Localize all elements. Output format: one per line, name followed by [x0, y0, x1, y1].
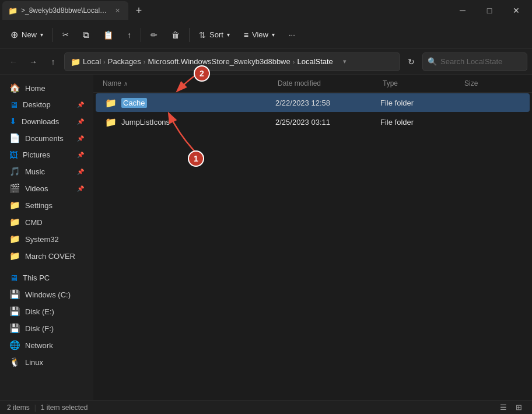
col-size[interactable]: Size	[460, 77, 518, 90]
toolbar-separator-3	[189, 28, 190, 42]
view-label: View	[252, 30, 268, 39]
toolbar: ⊕ New ▾ ✂ ⧉ 📋 ↑ ✏ 🗑 ⇅ Sort ▾ ≡ View ▾ ··…	[0, 21, 532, 49]
copy-button[interactable]: ⧉	[77, 24, 95, 45]
sidebar-this-pc-label: This PC	[23, 273, 50, 282]
paste-button[interactable]: 📋	[97, 24, 119, 45]
col-type[interactable]: Type	[378, 77, 460, 90]
file-type-jumplist: File folder	[376, 118, 457, 127]
col-sort-icon: ∧	[124, 80, 128, 87]
sidebar-item-desktop[interactable]: 🖥 Desktop 📌	[2, 97, 91, 113]
share-button[interactable]: ↑	[121, 24, 137, 45]
tab-folder-icon: 📁	[8, 6, 18, 15]
sidebar-home-label: Home	[25, 84, 46, 93]
view-button[interactable]: ≡ View ▾	[238, 24, 281, 45]
table-row[interactable]: 📁 JumpListIcons 2/25/2023 03:11 File fol…	[96, 113, 530, 131]
tiles-view-button[interactable]: ⊞	[512, 402, 525, 413]
search-box[interactable]: 🔍 Search LocalState	[422, 52, 527, 71]
drive-e-icon: 💾	[9, 306, 20, 317]
maximize-button[interactable]: □	[476, 0, 503, 21]
back-button[interactable]: ←	[5, 53, 22, 71]
downloads-pin-icon: 📌	[77, 118, 84, 125]
sidebar-item-linux[interactable]: 🐧 Linux	[2, 354, 91, 370]
settings-folder-icon: 📁	[9, 200, 20, 210]
col-type-label: Type	[383, 79, 398, 87]
active-tab[interactable]: 📁 >_8wekyb3d8bbwe\LocalState ✕	[2, 1, 128, 20]
sidebar-item-documents[interactable]: 📄 Documents 📌	[2, 130, 91, 146]
address-dropdown-button[interactable]: ▾	[338, 55, 352, 69]
address-bar[interactable]: 📁 Local › Packages › Microsoft.WindowsSt…	[64, 52, 400, 71]
sidebar-pictures-label: Pictures	[23, 150, 50, 159]
sidebar-item-this-pc[interactable]: 🖥 This PC	[2, 270, 91, 286]
new-dropdown-icon: ▾	[40, 31, 43, 38]
minimize-button[interactable]: ─	[449, 0, 476, 21]
sidebar-settings-label: Settings	[25, 201, 52, 210]
desktop-icon: 🖥	[9, 100, 18, 110]
details-view-button[interactable]: ☰	[497, 402, 510, 413]
home-icon: 🏠	[9, 83, 20, 93]
col-name[interactable]: Name ∧	[98, 77, 273, 90]
sidebar-item-home[interactable]: 🏠 Home	[2, 80, 91, 96]
drive-f-icon: 💾	[9, 323, 20, 334]
network-icon: 🌐	[9, 340, 20, 350]
sidebar-system32-label: System32	[25, 235, 59, 244]
col-date-label: Date modified	[278, 79, 321, 87]
folder-icon: 📁	[105, 97, 117, 108]
up-button[interactable]: ↑	[44, 53, 62, 71]
toolbar-separator-1	[52, 28, 53, 42]
sidebar-item-drive-e[interactable]: 💾 Disk (E:)	[2, 303, 91, 320]
copy-icon: ⧉	[83, 30, 89, 40]
music-pin-icon: 📌	[77, 169, 84, 175]
pictures-icon: 🖼	[9, 150, 18, 160]
sidebar-item-drive-f[interactable]: 💾 Disk (F:)	[2, 320, 91, 336]
search-icon: 🔍	[428, 57, 437, 66]
status-bar-right: ☰ ⊞	[497, 402, 525, 413]
pictures-pin-icon: 📌	[77, 152, 84, 158]
documents-pin-icon: 📌	[77, 135, 84, 142]
status-separator: |	[34, 404, 36, 412]
rename-button[interactable]: ✏	[145, 24, 163, 45]
sidebar-item-march-cover[interactable]: 📁 March COVER	[2, 248, 91, 264]
sidebar-item-downloads[interactable]: ⬇ Downloads 📌	[2, 113, 91, 129]
table-row[interactable]: 📁 Cache 2/22/2023 12:58 File folder	[96, 93, 530, 112]
new-button[interactable]: ⊕ New ▾	[5, 24, 49, 45]
col-date-modified[interactable]: Date modified	[273, 77, 378, 90]
sort-button[interactable]: ⇅ Sort ▾	[193, 24, 236, 45]
downloads-icon: ⬇	[9, 116, 17, 127]
file-name-jumplist: 📁 JumpListIcons	[100, 117, 271, 128]
forward-button[interactable]: →	[24, 53, 42, 71]
sidebar-item-drive-c[interactable]: 💾 Windows (C:)	[2, 286, 91, 303]
share-icon: ↑	[127, 30, 131, 40]
more-button[interactable]: ···	[283, 24, 301, 45]
sidebar-item-settings[interactable]: 📁 Settings	[2, 197, 91, 213]
cut-button[interactable]: ✂	[57, 24, 75, 45]
sidebar-item-system32[interactable]: 📁 System32	[2, 231, 91, 247]
file-rows: 📁 Cache 2/22/2023 12:58 File folder 📁 Ju…	[93, 93, 532, 400]
sidebar-drive-c-label: Windows (C:)	[25, 290, 71, 299]
linux-icon: 🐧	[9, 357, 20, 367]
file-name-label: Cache	[121, 98, 147, 108]
desktop-pin-icon: 📌	[77, 101, 84, 108]
sidebar-item-music[interactable]: 🎵 Music 📌	[2, 163, 91, 180]
new-tab-button[interactable]: +	[130, 0, 148, 21]
file-list-header: Name ∧ Date modified Type Size	[93, 75, 532, 93]
col-name-label: Name	[103, 79, 121, 87]
sidebar-item-cmd[interactable]: 📁 CMD	[2, 214, 91, 230]
this-pc-icon: 🖥	[9, 273, 18, 283]
breadcrumb-msstore: Microsoft.WindowsStore_8wekyb3d8bbwe	[148, 57, 290, 66]
rename-icon: ✏	[150, 30, 158, 40]
refresh-button[interactable]: ↻	[402, 53, 420, 71]
sidebar-item-pictures[interactable]: 🖼 Pictures 📌	[2, 147, 91, 163]
sidebar-item-network[interactable]: 🌐 Network	[2, 337, 91, 353]
sort-icon: ⇅	[199, 30, 206, 40]
close-button[interactable]: ✕	[503, 0, 530, 21]
sidebar-item-videos[interactable]: 🎬 Videos 📌	[2, 180, 91, 197]
videos-icon: 🎬	[9, 183, 20, 194]
tab-close-button[interactable]: ✕	[112, 5, 123, 16]
system32-folder-icon: 📁	[9, 234, 20, 244]
sidebar-network-label: Network	[25, 341, 53, 350]
delete-button[interactable]: 🗑	[166, 24, 186, 45]
delete-icon: 🗑	[172, 30, 180, 40]
sort-dropdown-icon: ▾	[227, 31, 230, 38]
breadcrumb-local: Local	[83, 57, 101, 66]
col-extra	[518, 77, 532, 90]
